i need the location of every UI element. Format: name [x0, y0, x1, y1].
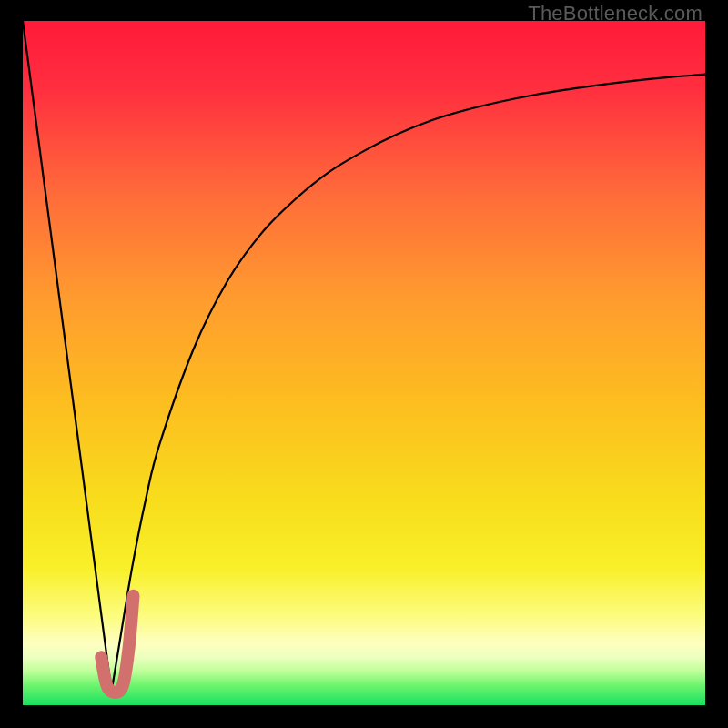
- watermark-text: TheBottleneck.com: [528, 2, 703, 25]
- chart-svg: [23, 21, 705, 705]
- chart-frame: TheBottleneck.com: [0, 0, 728, 728]
- plot-area: [23, 21, 705, 705]
